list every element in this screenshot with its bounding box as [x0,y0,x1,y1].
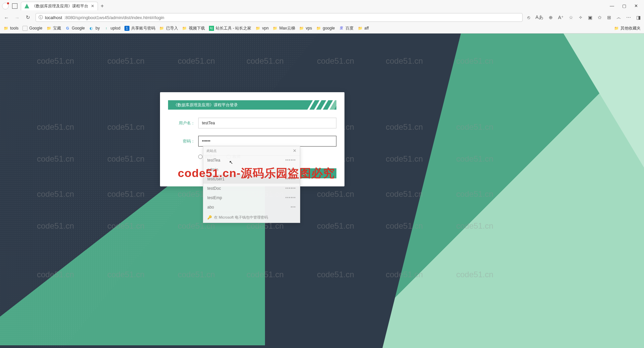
autofill-username: testTea [207,158,220,163]
bookmark-item[interactable]: 📁宝藏 [46,25,61,31]
autofill-password: •••••• [285,158,296,163]
minimize-button[interactable]: — [610,3,614,8]
bookmark-label: tools [10,26,18,31]
bookmark-label: Google [29,26,42,31]
bookmark-label: vps [306,26,312,31]
autofill-item[interactable]: testUser1•••••• [203,174,300,184]
browser-tab[interactable]: 《数据库原理及应用》课程平台 ✕ [21,2,98,10]
baidu-icon: 度 [339,26,344,31]
close-window-button[interactable]: ✕ [634,3,638,8]
google-icon: G [65,26,70,31]
other-bookmarks[interactable]: 📁 其他收藏夹 [614,25,641,31]
watermark: code51.cn [386,154,423,164]
page-content: code51.cncode51.cncode51.cncode51.cncode… [0,34,644,348]
downloads-icon[interactable]: ⊞ [607,15,611,20]
zoom-icon[interactable]: ⊕ [549,15,553,20]
translate-icon[interactable]: ⎋ [527,15,530,20]
autofill-footer[interactable]: 🔑 在 Microsoft 电子钱包中管理密码 [203,212,300,223]
extensions-icon[interactable]: ✧ [579,15,583,20]
watermark: code51.cn [317,189,354,199]
site-icon: 1 [124,26,129,31]
address-bar[interactable]: ⓘ localhost:8080/springboot1ws45/admin/d… [36,13,523,22]
bookmark-item[interactable]: 1共享账号密码 [124,25,155,31]
autofill-item[interactable]: testTea•••••• [203,156,300,165]
collections-icon[interactable]: ▣ [588,15,592,20]
watermark: code51.cn [386,189,423,199]
autofill-item[interactable]: testDoc•••••• [203,184,300,193]
bookmark-item[interactable]: 📁tools [3,26,18,31]
maximize-button[interactable]: ▢ [622,3,626,8]
tab-title: 《数据库原理及应用》课程平台 [32,3,88,9]
bookmark-item[interactable]: 📁vpn [256,26,269,31]
folder-icon: 📁 [159,26,164,31]
other-bookmarks-label: 其他收藏夹 [621,25,641,31]
watermark: code51.cn [386,122,423,132]
text-size-icon[interactable]: A⁺ [558,15,564,20]
folder-icon: 📁 [3,26,8,31]
url-path: :8080/springboot1ws45/admin/dist/index.h… [64,15,164,20]
read-aloud-icon[interactable]: Aあ [535,14,543,20]
favorite-icon[interactable]: ☆ [569,15,573,20]
bookmark-item[interactable]: 站站长工具 - 站长之家 [209,25,252,31]
username-input[interactable] [198,118,336,128]
autofill-username: testUser1 [207,177,224,181]
bookmark-label: uplod [110,26,120,31]
bookmark-item[interactable]: Google [22,26,42,31]
password-autofill-dropdown: 此站点 ✕ testTea••••••admin••••••testUser1•… [203,146,300,223]
sidebar-icon[interactable]: ◨ [636,15,641,20]
folder-icon: 📁 [182,26,187,31]
bookmark-item[interactable]: ↑uplod [104,26,120,31]
bookmark-item[interactable]: 📁Max云梯 [273,25,295,31]
close-tab-icon[interactable]: ✕ [91,4,94,8]
password-label: 密码： [168,138,198,144]
nav-bar: ← → ↻ ⓘ localhost:8080/springboot1ws45/a… [0,12,644,23]
folder-icon: 📁 [46,26,51,31]
folder-icon: 📁 [358,26,363,31]
bookmark-label: 已导入 [166,25,178,31]
site-info-icon[interactable]: ⓘ [39,14,43,20]
bookmark-item[interactable]: 📁vps [299,26,312,31]
more-icon[interactable]: ⋯ [626,15,631,20]
url-host: localhost [45,15,62,20]
new-tab-button[interactable]: + [101,3,104,9]
bookmark-label: Max云梯 [279,25,295,31]
back-button[interactable]: ← [3,15,9,20]
autofill-item[interactable]: abo••• [203,202,300,212]
autofill-password: •••••• [285,195,296,200]
favorites-bar-icon[interactable]: ✩ [598,15,602,20]
key-icon: 🔑 [207,215,212,220]
bookmark-label: 站长工具 - 站长之家 [216,25,252,31]
bookmark-label: 共享账号密码 [131,25,155,31]
title-bar: 《数据库原理及应用》课程平台 ✕ + — ▢ ✕ [0,0,644,12]
folder-icon: 📁 [316,26,321,31]
password-input[interactable] [198,136,336,147]
bookmark-item[interactable]: ◐by [89,26,100,31]
tab-overview-icon[interactable] [12,3,17,9]
site-icon: ◐ [89,26,94,31]
autofill-password: •••••• [285,177,296,181]
web-capture-icon[interactable]: ෴ [616,15,621,20]
bookmark-item[interactable]: 📁google [316,26,335,31]
autofill-username: testEmp [207,195,222,200]
profile-icon[interactable] [2,3,9,9]
refresh-button[interactable]: ↻ [25,14,31,20]
bookmark-label: 百度 [345,25,354,31]
autofill-password: •••••• [285,167,296,172]
autofill-item[interactable]: testEmp•••••• [203,193,300,202]
autofill-header-label: 此站点 [207,149,217,153]
bookmark-item[interactable]: 📁aff [358,26,369,31]
close-icon[interactable]: ✕ [293,148,297,153]
bookmark-item[interactable]: GGoogle [65,26,85,31]
page-icon [22,26,28,31]
autofill-username: admin [207,167,218,172]
watermark: code51.cn [386,56,423,66]
username-label: 用户名： [168,120,198,126]
bookmark-item[interactable]: 度百度 [339,25,354,31]
autofill-password: ••• [290,205,296,210]
folder-icon: 📁 [256,26,261,31]
bookmark-label: 视频下载 [189,25,205,31]
autofill-item[interactable]: admin•••••• [203,165,300,174]
bookmark-label: vpn [262,26,269,31]
bookmark-item[interactable]: 📁已导入 [159,25,178,31]
bookmark-item[interactable]: 📁视频下载 [182,25,205,31]
